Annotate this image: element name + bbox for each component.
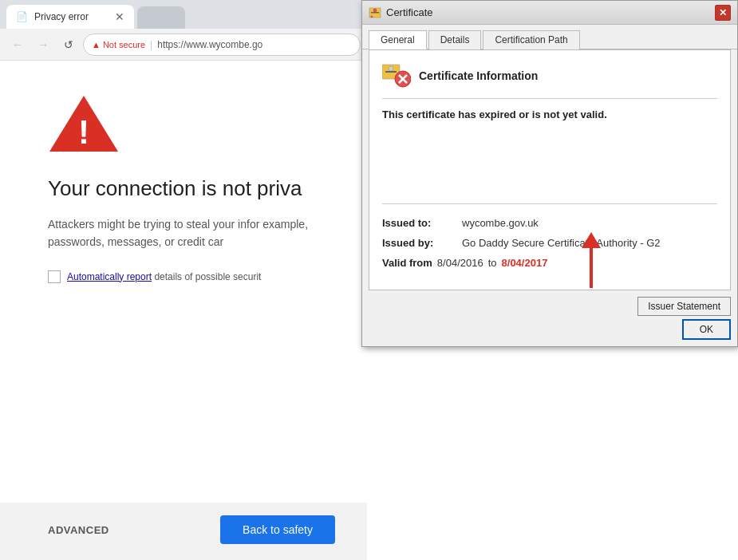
cert-divider: [382, 203, 717, 204]
tab-bar: 📄 Privacy error ✕: [0, 0, 367, 29]
cert-issued-to-row: Issued to: wycombe.gov.uk: [382, 217, 717, 229]
cert-valid-to-label: to: [488, 257, 497, 269]
navigation-bar: ← → ↺ ▲ Not secure | https://www.wycombe…: [0, 29, 367, 61]
active-tab[interactable]: 📄 Privacy error ✕: [6, 5, 134, 29]
svg-text:!: !: [78, 113, 89, 151]
cert-warning-icon: [382, 63, 411, 89]
page-content: ! Your connection is not priva Attackers…: [0, 61, 367, 503]
dialog-close-button[interactable]: ✕: [715, 5, 731, 21]
warning-triangle-icon: !: [48, 93, 120, 155]
issuer-statement-button[interactable]: Issuer Statement: [637, 297, 731, 316]
red-arrow-annotation: [582, 232, 601, 288]
svg-point-8: [389, 66, 393, 71]
forward-button[interactable]: →: [32, 34, 54, 56]
not-secure-badge: ▲ Not secure: [92, 40, 145, 49]
certificate-dialog: Certificate ✕ General Details Certificat…: [361, 0, 738, 347]
cert-issued-by-label: Issued by:: [382, 237, 462, 249]
address-separator: |: [150, 39, 152, 50]
svg-point-4: [373, 9, 377, 12]
tab-icon: 📄: [16, 11, 28, 22]
address-bar[interactable]: ▲ Not secure | https://www.wycombe.go: [83, 34, 361, 56]
tab-title: Privacy error: [34, 11, 89, 22]
cert-spacer: [382, 127, 717, 191]
ok-button[interactable]: OK: [682, 319, 731, 340]
tab-details[interactable]: Details: [428, 30, 482, 49]
auto-report-checkbox[interactable]: [48, 270, 61, 283]
dialog-tabs: General Details Certification Path: [362, 25, 737, 49]
cert-valid-from-date: 8/04/2016: [437, 257, 483, 269]
cert-issued-to-value: wycombe.gov.uk: [462, 217, 539, 229]
back-button[interactable]: ←: [6, 34, 29, 56]
svg-rect-7: [385, 71, 397, 73]
inactive-tab[interactable]: [137, 6, 185, 29]
browser-window: 📄 Privacy error ✕ ← → ↺ ▲ Not secure | h…: [0, 0, 367, 560]
auto-report-text: Automatically report details of possible…: [67, 271, 261, 282]
page-footer: ADVANCED Back to safety: [0, 503, 367, 560]
cert-issued-by-row: Issued by: Go Daddy Secure Certificate A…: [382, 237, 717, 249]
address-url: https://www.wycombe.go: [157, 39, 262, 50]
auto-report-suffix: details of possible securit: [152, 271, 261, 282]
tab-close-button[interactable]: ✕: [115, 10, 124, 23]
certificate-icon: [369, 6, 381, 19]
cert-warning-text: This certificate has expired or is not y…: [382, 108, 717, 120]
error-description: Attackers might be trying to steal your …: [48, 215, 335, 251]
dialog-footer: OK: [362, 319, 737, 346]
back-to-safety-button[interactable]: Back to safety: [220, 515, 335, 544]
dialog-title: Certificate: [386, 6, 710, 18]
cert-issued-by-value: Go Daddy Secure Certificate Authority - …: [462, 237, 661, 249]
error-title: Your connection is not priva: [48, 175, 335, 203]
dialog-titlebar: Certificate ✕: [362, 1, 737, 25]
dialog-body: Certificate Information This certificate…: [369, 49, 731, 290]
cert-issued-to-label: Issued to:: [382, 217, 462, 229]
arrow-head-up: [582, 232, 601, 248]
tab-general[interactable]: General: [369, 30, 427, 49]
cert-info-header: Certificate Information: [382, 63, 717, 99]
not-secure-label: Not secure: [103, 40, 145, 49]
tab-certification-path[interactable]: Certification Path: [483, 30, 579, 49]
cert-valid-to-date: 8/04/2017: [502, 257, 548, 269]
arrow-line: [590, 248, 593, 288]
warning-icon: ▲: [92, 40, 101, 49]
auto-report-link[interactable]: Automatically report: [67, 271, 152, 282]
cert-valid-from-label: Valid from: [382, 257, 432, 269]
cert-valid-row: Valid from 8/04/2016 to 8/04/2017: [382, 257, 717, 269]
refresh-button[interactable]: ↺: [57, 34, 80, 56]
advanced-link[interactable]: ADVANCED: [48, 524, 109, 536]
cert-info-title: Certificate Information: [419, 69, 538, 82]
auto-report-row: Automatically report details of possible…: [48, 270, 335, 283]
